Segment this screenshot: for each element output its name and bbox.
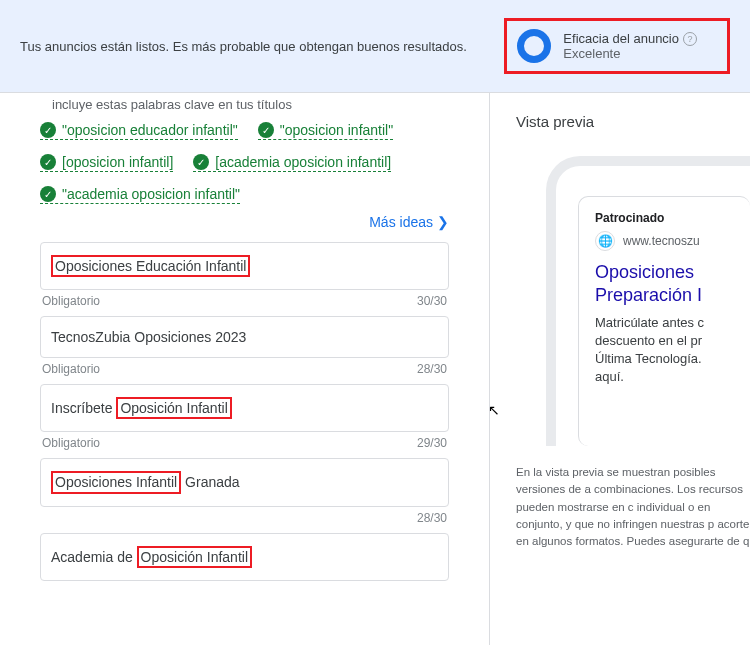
headline-block: Oposiciones Infantil Granada 28/30 — [40, 458, 449, 530]
left-panel: incluye estas palabras clave en tus títu… — [0, 93, 490, 645]
char-count: 30/30 — [417, 294, 447, 308]
cursor-icon: ↖ — [488, 402, 500, 418]
right-panel: Vista previa Patrocinado 🌐 www.tecnoszu … — [490, 93, 750, 645]
ad-strength-box: Eficacia del anuncio ? Excelente — [504, 18, 730, 74]
headline-block: Oposiciones Educación Infantil Obligator… — [40, 242, 449, 314]
ad-headline: Oposiciones Preparación I — [595, 261, 750, 308]
headline-block: TecnosZubia Oposiciones 2023 Obligatorio… — [40, 316, 449, 382]
keyword-chip[interactable]: ✓ "oposicion educador infantil" — [40, 122, 238, 140]
headline-input[interactable]: TecnosZubia Oposiciones 2023 — [40, 316, 449, 358]
check-icon: ✓ — [193, 154, 209, 170]
headline-input[interactable]: Oposiciones Educación Infantil — [40, 242, 449, 290]
required-label: Obligatorio — [42, 362, 100, 376]
phone-frame: Patrocinado 🌐 www.tecnoszu Oposiciones P… — [546, 156, 750, 446]
ad-preview-card: Patrocinado 🌐 www.tecnoszu Oposiciones P… — [578, 196, 750, 446]
keyword-chip[interactable]: ✓ [oposicion infantil] — [40, 154, 173, 172]
check-icon: ✓ — [40, 154, 56, 170]
keyword-chip[interactable]: ✓ [academia oposicion infantil] — [193, 154, 391, 172]
check-icon: ✓ — [40, 122, 56, 138]
strength-circle-icon — [517, 29, 551, 63]
ad-url: www.tecnoszu — [623, 234, 700, 248]
char-count: 28/30 — [417, 511, 447, 525]
ad-description: Matricúlate antes c descuento en el pr Ú… — [595, 314, 750, 387]
keyword-chip[interactable]: ✓ "oposicion infantil" — [258, 122, 393, 140]
headline-block: Academia de Oposición Infantil — [40, 533, 449, 581]
keyword-intro: incluye estas palabras clave en tus títu… — [52, 97, 449, 112]
keyword-list: ✓ "oposicion educador infantil" ✓ "oposi… — [40, 122, 449, 204]
char-count: 29/30 — [417, 436, 447, 450]
chevron-right-icon: ❯ — [437, 214, 449, 230]
required-label: Obligatorio — [42, 294, 100, 308]
headline-block: Inscríbete Oposición Infantil Obligatori… — [40, 384, 449, 456]
strength-value: Excelente — [563, 46, 697, 61]
required-label: Obligatorio — [42, 436, 100, 450]
banner-message: Tus anuncios están listos. Es más probab… — [20, 39, 467, 54]
check-icon: ✓ — [40, 186, 56, 202]
check-icon: ✓ — [258, 122, 274, 138]
preview-note: En la vista previa se muestran posibles … — [516, 464, 750, 550]
more-ideas-link[interactable]: Más ideas ❯ — [40, 214, 449, 230]
headline-input[interactable]: Oposiciones Infantil Granada — [40, 458, 449, 506]
sponsored-label: Patrocinado — [595, 211, 750, 225]
strength-title: Eficacia del anuncio ? — [563, 31, 697, 46]
help-icon[interactable]: ? — [683, 32, 697, 46]
globe-icon: 🌐 — [595, 231, 615, 251]
ad-url-row: 🌐 www.tecnoszu — [595, 231, 750, 251]
keyword-chip[interactable]: ✓ "academia oposicion infantil" — [40, 186, 240, 204]
char-count: 28/30 — [417, 362, 447, 376]
headline-input[interactable]: Academia de Oposición Infantil — [40, 533, 449, 581]
preview-title: Vista previa — [516, 113, 750, 130]
status-banner: Tus anuncios están listos. Es más probab… — [0, 0, 750, 93]
headline-input[interactable]: Inscríbete Oposición Infantil — [40, 384, 449, 432]
